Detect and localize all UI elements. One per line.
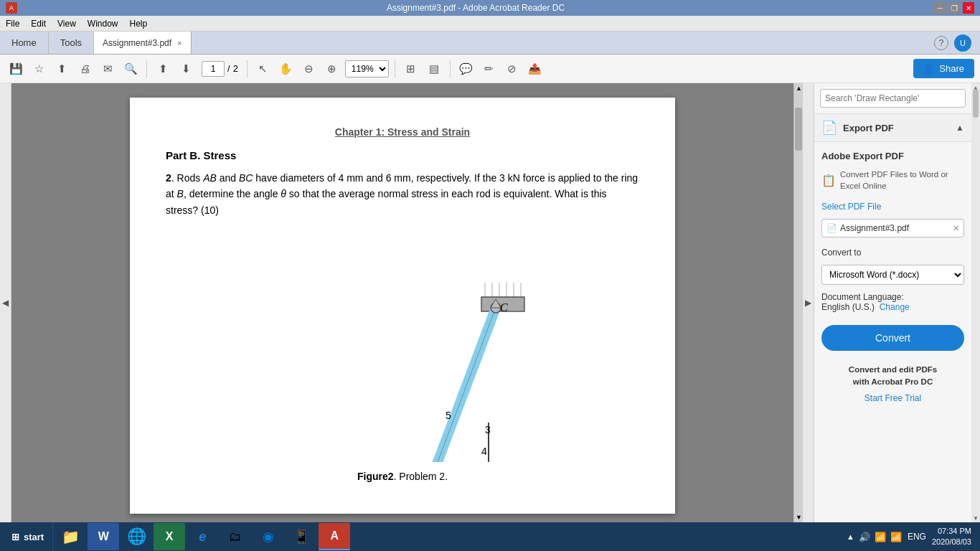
svg-line-18 (402, 308, 496, 462)
figure-area: A B C θ 3 kN (166, 232, 639, 482)
signal-icon: 📶 (890, 532, 902, 542)
next-page-button[interactable]: ⬇ (176, 59, 196, 79)
menu-view[interactable]: View (57, 19, 76, 29)
change-lang-link[interactable]: Change (880, 302, 910, 312)
comment-button[interactable]: 💬 (456, 59, 476, 79)
fit-button[interactable]: ⊞ (401, 59, 421, 79)
doc-lang-section: Document Language: English (U.S.) Change (821, 292, 964, 312)
share-label: Share (939, 63, 964, 74)
edge-taskbar-app[interactable]: ◉ (253, 523, 284, 550)
taskbar: ⊞ start 📁 W 🌐 X e 🗂 ◉ 📱 A ▲ 🔊 📶 📶 ENG 07… (0, 522, 980, 551)
select-tool[interactable]: ↖ (253, 59, 273, 79)
taskbar-right: ▲ 🔊 📶 📶 ENG 07:34 PM 2020/08/03 (847, 526, 977, 548)
export-pdf-label: Export PDF (843, 123, 950, 133)
convert-button[interactable]: Convert (821, 325, 964, 351)
tab-home[interactable]: Home (0, 32, 49, 54)
window-icon: A (6, 2, 17, 14)
part-title: Part B. Stress (166, 149, 639, 161)
right-panel-toggle[interactable]: ▶ (802, 83, 814, 522)
problem-number: 2 (166, 172, 171, 184)
pdf-scrollbar[interactable]: ▲ ▼ (793, 83, 802, 522)
export-pdf-header[interactable]: 📄 Export PDF ▲ (814, 114, 971, 142)
zoom-out-button[interactable]: ⊖ (299, 59, 319, 79)
search-button[interactable]: 🔍 (121, 59, 141, 79)
explorer-taskbar-app[interactable]: 🗂 (220, 523, 251, 550)
print-button[interactable]: 🖨 (75, 59, 95, 79)
menu-help[interactable]: Help (130, 19, 148, 29)
svg-text:3: 3 (485, 424, 491, 435)
pdf-viewer: Chapter 1: Stress and Strain Part B. Str… (11, 83, 793, 522)
user-avatar[interactable]: U (954, 34, 971, 52)
tab-document[interactable]: Assignment#3.pdf × (94, 32, 192, 54)
system-tray-icons: ▲ 🔊 📶 📶 (847, 532, 902, 542)
prev-page-button[interactable]: ⬆ (153, 59, 173, 79)
file-clear-button[interactable]: × (953, 222, 959, 234)
excel-taskbar-app[interactable]: X (154, 523, 185, 550)
tool5[interactable]: ▤ (424, 59, 444, 79)
pan-tool[interactable]: ✋ (276, 59, 296, 79)
maximize-button[interactable]: ❐ (948, 2, 960, 14)
separator-3 (395, 60, 395, 77)
ie-taskbar-app[interactable]: e (187, 523, 218, 550)
right-panel-search-input[interactable] (820, 89, 966, 108)
clock[interactable]: 07:34 PM 2020/08/03 (932, 526, 971, 548)
zoom-select[interactable]: 119% (345, 60, 389, 77)
menu-window[interactable]: Window (88, 19, 118, 29)
file-input-area: 📄 Assignment#3.pdf × (821, 219, 964, 237)
adobe-export-title: Adobe Export PDF (821, 151, 964, 161)
whatsapp-taskbar-app[interactable]: 📱 (286, 523, 317, 550)
tab-bar-right: ? U (934, 32, 980, 54)
start-button[interactable]: ⊞ start (3, 522, 53, 551)
chrome-taskbar-app[interactable]: 🌐 (121, 523, 152, 550)
menu-file[interactable]: File (6, 19, 19, 29)
separator-1 (146, 60, 147, 77)
separator-2 (247, 60, 248, 77)
word-taskbar-app[interactable]: W (88, 523, 119, 550)
bookmark-button[interactable]: ☆ (29, 59, 49, 79)
stamp-button[interactable]: 📤 (525, 59, 545, 79)
zoom-in-button[interactable]: ⊕ (322, 59, 342, 79)
promo-section: Convert and edit PDFswith Acrobat Pro DC… (821, 364, 964, 403)
doc-lang-value: English (U.S.) Change (821, 302, 964, 312)
section-description: Convert PDF Files to Word or Excel Onlin… (840, 169, 964, 192)
windows-icon: ⊞ (11, 532, 19, 542)
minimize-button[interactable]: ─ (934, 2, 946, 14)
pdf-page: Chapter 1: Stress and Strain Part B. Str… (130, 98, 675, 514)
export-pdf-icon: 📄 (821, 120, 837, 136)
title-bar: A Assignment#3.pdf - Adobe Acrobat Reade… (0, 0, 980, 16)
volume-icon[interactable]: 🔊 (859, 532, 870, 542)
convert-to-select[interactable]: Microsoft Word (*.docx) Microsoft Excel … (821, 265, 964, 285)
figure-svg: A B C θ 3 kN (230, 232, 575, 462)
highlight-button[interactable]: ⊘ (502, 59, 522, 79)
save-button[interactable]: 💾 (6, 59, 26, 79)
right-panel-content: Adobe Export PDF 📋 Convert PDF Files to … (814, 142, 971, 522)
scroll-up[interactable]: ▲ (794, 83, 802, 93)
network-icon[interactable]: 📶 (875, 532, 886, 542)
right-panel-scrollbar[interactable]: ▲ ▼ (971, 83, 980, 522)
rp-scroll-down[interactable]: ▼ (971, 514, 980, 522)
tab-tools[interactable]: Tools (49, 32, 94, 54)
help-button[interactable]: ? (934, 36, 948, 50)
svg-text:5: 5 (446, 410, 451, 421)
rp-scroll-thumb[interactable] (973, 89, 979, 118)
file-explorer-taskbar-app[interactable]: 📁 (55, 523, 86, 550)
acrobat-taskbar-app[interactable]: A (319, 523, 350, 550)
up-arrow-icon[interactable]: ▲ (847, 532, 854, 541)
start-free-trial-link[interactable]: Start Free Trial (821, 393, 964, 403)
menu-edit[interactable]: Edit (31, 19, 46, 29)
pen-button[interactable]: ✏ (479, 59, 499, 79)
close-button[interactable]: ✕ (963, 2, 974, 14)
left-panel-toggle[interactable]: ◀ (0, 83, 11, 522)
select-file-label: Select PDF File (821, 202, 964, 212)
language-indicator: ENG (908, 532, 926, 542)
upload-button[interactable]: ⬆ (52, 59, 72, 79)
scroll-down[interactable]: ▼ (794, 512, 802, 522)
scrollbar-thumb[interactable] (795, 108, 802, 151)
menu-bar: File Edit View Window Help (0, 16, 980, 32)
page-separator: / (227, 63, 230, 74)
page-number-input[interactable] (202, 61, 225, 77)
figure-caption-bold: Figure2 (357, 471, 394, 482)
tab-close-button[interactable]: × (177, 39, 182, 47)
share-button[interactable]: 👤 Share (913, 59, 974, 78)
mail-button[interactable]: ✉ (98, 59, 118, 79)
